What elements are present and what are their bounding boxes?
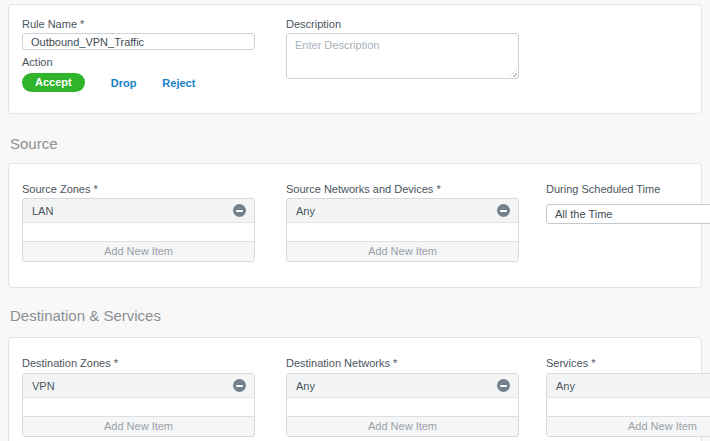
rule-name-input[interactable]	[22, 33, 255, 50]
minus-circle-icon[interactable]	[497, 379, 510, 392]
source-zones-listbox: LAN Add New Item	[22, 198, 255, 262]
list-item-label: VPN	[32, 380, 55, 392]
description-label: Description	[286, 18, 341, 31]
add-new-item-button[interactable]: Add New Item	[23, 416, 254, 436]
listbox-empty-area	[23, 398, 254, 416]
list-item: Any	[287, 374, 518, 398]
list-item-label: Any	[296, 380, 315, 392]
minus-circle-icon[interactable]	[497, 204, 510, 217]
destination-networks-label: Destination Networks *	[286, 357, 397, 370]
add-new-item-button[interactable]: Add New Item	[287, 416, 518, 436]
list-item: Any	[547, 374, 710, 398]
description-textarea[interactable]	[286, 33, 519, 79]
list-item-label: Any	[296, 205, 315, 217]
destination-zones-listbox: VPN Add New Item	[22, 373, 255, 437]
add-new-item-button[interactable]: Add New Item	[23, 241, 254, 261]
firewall-rule-form: Rule Name * Action Accept Drop Reject De…	[0, 0, 710, 441]
scheduled-time-label: During Scheduled Time	[546, 183, 660, 196]
list-item: VPN	[23, 374, 254, 398]
destination-section-heading: Destination & Services	[10, 307, 161, 324]
source-networks-label: Source Networks and Devices *	[286, 183, 441, 196]
listbox-empty-area	[23, 223, 254, 241]
rule-name-label: Rule Name *	[22, 18, 84, 31]
action-reject-button[interactable]: Reject	[162, 77, 195, 89]
services-listbox: Any Add New Item	[546, 373, 710, 437]
source-networks-listbox: Any Add New Item	[286, 198, 519, 262]
list-item-label: Any	[556, 380, 575, 392]
list-item: Any	[287, 199, 518, 223]
minus-circle-icon[interactable]	[233, 379, 246, 392]
action-label: Action	[22, 56, 53, 69]
action-accept-button[interactable]: Accept	[22, 73, 85, 92]
list-item-label: LAN	[32, 205, 53, 217]
source-zones-label: Source Zones *	[22, 183, 98, 196]
source-section-heading: Source	[10, 135, 58, 152]
destination-card: Destination Zones * VPN Add New Item Des…	[8, 337, 702, 441]
list-item: LAN	[23, 199, 254, 223]
action-drop-button[interactable]: Drop	[111, 77, 137, 89]
listbox-empty-area	[287, 398, 518, 416]
listbox-empty-area	[547, 398, 710, 416]
action-options: Accept Drop Reject	[22, 73, 221, 92]
destination-zones-label: Destination Zones *	[22, 357, 118, 370]
destination-networks-listbox: Any Add New Item	[286, 373, 519, 437]
minus-circle-icon[interactable]	[233, 204, 246, 217]
description-textarea-wrap	[286, 33, 519, 79]
rule-card: Rule Name * Action Accept Drop Reject De…	[8, 4, 702, 114]
schedule-select[interactable]: All the Time	[546, 204, 710, 224]
listbox-empty-area	[287, 223, 518, 241]
add-new-item-button[interactable]: Add New Item	[547, 416, 710, 436]
source-card: Source Zones * LAN Add New Item Source N…	[8, 163, 702, 288]
add-new-item-button[interactable]: Add New Item	[287, 241, 518, 261]
services-label: Services *	[546, 357, 596, 370]
